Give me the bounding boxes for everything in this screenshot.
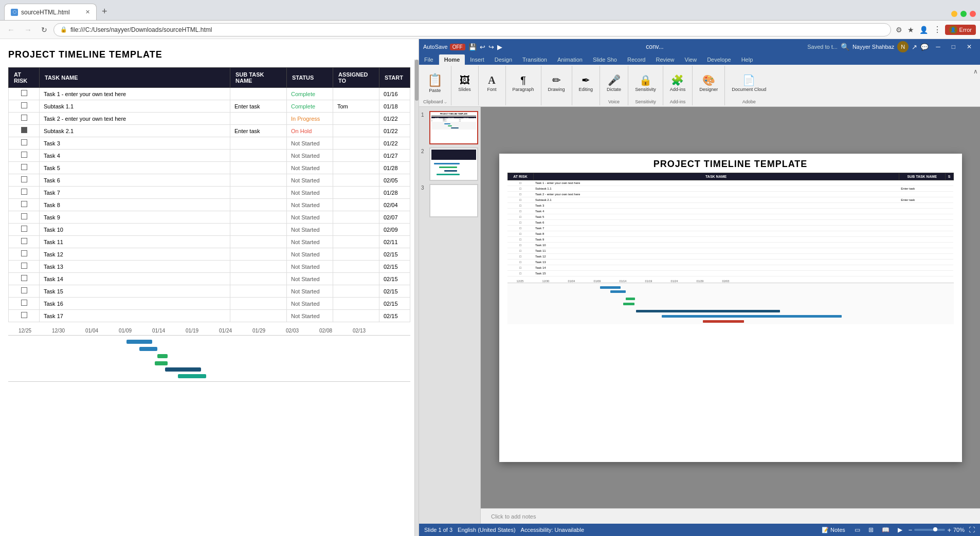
cell-task-name: Subtask 1.1 <box>40 100 230 113</box>
ribbon-tab-developer[interactable]: Develope <box>702 54 736 65</box>
slide-table-row: □ Task 12 <box>507 253 953 259</box>
slide-cell-status <box>945 231 953 236</box>
browser-tab-active[interactable]: ⬡ sourceHTML.html ✕ <box>4 4 97 20</box>
ribbon-tab-animation[interactable]: Animation <box>552 54 588 65</box>
ribbon-collapse[interactable]: ∧ <box>971 66 980 77</box>
clipboard-expand-icon[interactable]: ⌵ <box>444 100 447 104</box>
font-button[interactable]: A Font <box>483 73 501 94</box>
ribbon-tab-file[interactable]: File <box>419 54 439 65</box>
scrollbar[interactable] <box>414 60 419 536</box>
ribbon-tab-record[interactable]: Record <box>622 54 650 65</box>
gantt-bar-4 <box>155 361 168 365</box>
table-row: Task 6 Not Started 02/05 <box>9 174 410 187</box>
gantt-date: 01/04 <box>75 328 108 334</box>
search-icon[interactable]: 🔍 <box>841 43 849 51</box>
ribbon-tabs-bar: File Home Insert Design Transition Anima… <box>419 54 980 65</box>
designer-button[interactable]: 🎨 Designer <box>697 72 720 94</box>
window-close-button[interactable] <box>970 11 976 17</box>
zoom-in-button[interactable]: + <box>947 526 951 534</box>
col-assigned: ASSIGNED TO <box>333 68 379 88</box>
slide-cell-name: Task 4 <box>533 208 899 214</box>
ribbon-tab-transition[interactable]: Transition <box>517 54 552 65</box>
forward-button[interactable]: → <box>21 24 35 35</box>
slide-thumb-3[interactable] <box>429 184 478 217</box>
bookmark-button[interactable]: ★ <box>906 24 916 35</box>
addins-button[interactable]: 🧩 Add-ins <box>667 72 688 94</box>
slide-table-row: □ Task 4 <box>507 208 953 214</box>
dictate-button[interactable]: 🎤 Dictate <box>604 72 624 94</box>
notes-button[interactable]: 📝 Notes <box>819 526 848 534</box>
slide-table-row: □ Subtask 2.1 Enter task <box>507 197 953 202</box>
slide-cell-risk: □ <box>507 186 533 191</box>
autosave-toggle[interactable]: OFF <box>450 44 465 50</box>
ribbon-tab-insert[interactable]: Insert <box>465 54 489 65</box>
project-table: AT RISK TASK NAME SUB TASK NAME STATUS A… <box>8 67 410 322</box>
extensions-button[interactable]: ⚙ <box>894 24 904 35</box>
editing-button[interactable]: ✒ Editing <box>576 72 596 94</box>
table-row: Task 8 Not Started 02/04 <box>9 199 410 211</box>
slide-thumb-2[interactable] <box>429 147 478 181</box>
ribbon-tab-design[interactable]: Design <box>489 54 517 65</box>
cell-assigned <box>333 150 379 162</box>
fit-slide-button[interactable]: ⛶ <box>969 526 975 533</box>
slides-button[interactable]: 🖼 Slides <box>456 73 474 94</box>
ppt-main-area: PROJECT TIMELINE TEMPLATE AT RISK TASK N… <box>481 107 980 524</box>
doccloud-button[interactable]: 📄 Document Cloud <box>729 72 769 94</box>
ppt-undo-icon[interactable]: ↩ <box>480 43 485 51</box>
slideshow-button[interactable]: ▶ <box>896 526 904 534</box>
slide-thumb-1[interactable]: PROJECT TIMELINE TEMPLATE AT RISKTASK NA… <box>429 111 478 144</box>
ppt-minimize-button[interactable]: ─ <box>932 42 945 51</box>
scrollbar-thumb[interactable] <box>415 60 419 101</box>
ribbon-tab-review[interactable]: Review <box>650 54 679 65</box>
ppt-restore-button[interactable]: □ <box>948 42 959 51</box>
paste-button[interactable]: 📋 Paste <box>425 71 445 95</box>
cell-status: Not Started <box>287 174 333 187</box>
ppt-close-button[interactable]: ✕ <box>963 42 976 51</box>
cell-sub-task <box>230 236 287 248</box>
reload-button[interactable]: ↻ <box>38 25 50 35</box>
gantt-date: 12/30 <box>42 328 75 334</box>
window-minimize-button[interactable] <box>951 11 957 17</box>
profile-button[interactable]: 👤 <box>918 24 930 35</box>
ppt-present-icon[interactable]: ▶ <box>497 43 502 51</box>
cell-task-name: Task 5 <box>40 162 230 174</box>
drawing-button[interactable]: ✏ Drawing <box>546 72 568 94</box>
back-button[interactable]: ← <box>4 24 18 35</box>
slide-cell-name: Task 9 <box>533 236 899 242</box>
ribbon-tab-view[interactable]: View <box>680 54 702 65</box>
address-bar[interactable]: 🔒 file:///C:/Users/nayyer/Downloads/sour… <box>53 23 891 36</box>
notes-area[interactable]: Click to add notes <box>481 508 980 524</box>
ppt-comments-icon[interactable]: 💬 <box>920 43 929 51</box>
cell-start: 02/15 <box>379 298 410 310</box>
ribbon-tab-help[interactable]: Help <box>736 54 758 65</box>
ppt-share-icon[interactable]: ↗ <box>912 43 917 51</box>
window-maximize-button[interactable] <box>960 11 967 17</box>
slide-cell-sub <box>899 253 945 259</box>
ribbon-group-editing: ✒ Editing . <box>572 66 601 105</box>
slide-cell-status <box>945 191 953 197</box>
slide-canvas[interactable]: PROJECT TIMELINE TEMPLATE AT RISK TASK N… <box>499 154 962 462</box>
ppt-save-icon[interactable]: 💾 <box>468 43 477 51</box>
reading-view-button[interactable]: 📖 <box>880 526 892 534</box>
slide-sorter-view-button[interactable]: ⊞ <box>866 526 876 534</box>
cell-status: Not Started <box>287 211 333 224</box>
menu-button[interactable]: ⋮ <box>932 23 943 36</box>
cell-at-risk <box>9 310 40 322</box>
slide-cell-sub <box>899 225 945 231</box>
ribbon-group-drawing: ✏ Drawing . <box>541 66 572 105</box>
cell-start: 01/27 <box>379 150 410 162</box>
main-layout: PROJECT TIMELINE TEMPLATE AT RISK TASK N… <box>0 39 980 536</box>
ppt-redo-icon[interactable]: ↪ <box>488 43 494 51</box>
paragraph-button[interactable]: ¶ Paragraph <box>510 73 537 94</box>
zoom-slider[interactable] <box>914 529 945 531</box>
ribbon-tab-slideshow[interactable]: Slide Sho <box>588 54 622 65</box>
ribbon-group-clipboard: 📋 Paste Clipboard ⌵ <box>419 66 451 105</box>
tab-close-icon[interactable]: ✕ <box>85 9 90 15</box>
ribbon-tab-home[interactable]: Home <box>439 54 465 65</box>
new-tab-button[interactable]: + <box>98 4 112 19</box>
zoom-out-button[interactable]: − <box>909 526 913 534</box>
slide-normal-view-button[interactable]: ▭ <box>852 526 862 534</box>
sensitivity-button[interactable]: 🔒 Sensitivity <box>632 72 659 94</box>
slide-num-1: 1 <box>421 111 427 118</box>
slide-cell-sub <box>899 214 945 219</box>
